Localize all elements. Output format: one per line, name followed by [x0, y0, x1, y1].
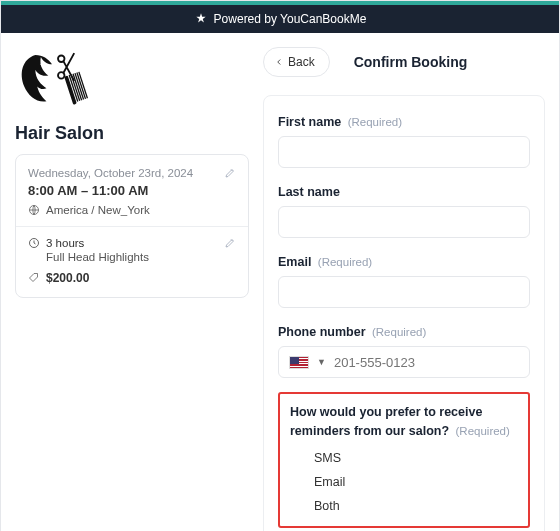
- business-name: Hair Salon: [15, 123, 249, 144]
- last-name-label: Last name: [278, 185, 340, 199]
- reminder-option-both[interactable]: Both: [314, 494, 518, 518]
- reminder-preference-group: How would you prefer to receive reminder…: [278, 392, 530, 528]
- powered-by-bar[interactable]: Powered by YouCanBookMe: [1, 5, 559, 33]
- booking-form: First name (Required) Last name Email (R…: [263, 95, 545, 531]
- flag-us-icon[interactable]: [289, 356, 309, 369]
- clock-icon: [28, 237, 40, 249]
- required-tag: (Required): [372, 326, 426, 338]
- ycbm-logo-icon: [194, 12, 208, 26]
- reminder-question-label: How would you prefer to receive reminder…: [290, 405, 482, 438]
- page-title: Confirm Booking: [354, 54, 468, 70]
- summary-service: Full Head Highlights: [46, 251, 224, 263]
- tag-icon: [28, 272, 40, 284]
- back-button[interactable]: Back: [263, 47, 330, 77]
- country-dropdown-caret[interactable]: ▼: [317, 357, 326, 367]
- email-input[interactable]: [278, 276, 530, 308]
- summary-date: Wednesday, October 23rd, 2024: [28, 167, 224, 179]
- reminder-option-email[interactable]: Email: [314, 470, 518, 494]
- business-logo: [15, 47, 249, 113]
- chevron-left-icon: [274, 57, 284, 67]
- summary-duration: 3 hours: [46, 237, 84, 249]
- summary-price: $200.00: [46, 271, 89, 285]
- phone-label: Phone number: [278, 325, 366, 339]
- powered-by-text: Powered by YouCanBookMe: [214, 12, 367, 26]
- summary-timezone: America / New_York: [46, 204, 150, 216]
- right-column: Back Confirm Booking First name (Require…: [263, 47, 545, 531]
- svg-point-0: [41, 62, 45, 67]
- back-button-label: Back: [288, 55, 315, 69]
- reminder-option-sms[interactable]: SMS: [314, 446, 518, 470]
- required-tag: (Required): [348, 116, 402, 128]
- first-name-label: First name: [278, 115, 341, 129]
- phone-input[interactable]: [334, 355, 519, 370]
- first-name-input[interactable]: [278, 136, 530, 168]
- summary-time: 8:00 AM – 11:00 AM: [28, 183, 224, 198]
- last-name-input[interactable]: [278, 206, 530, 238]
- required-tag: (Required): [318, 256, 372, 268]
- edit-service-icon[interactable]: [224, 237, 236, 249]
- app-frame: Powered by YouCanBookMe: [0, 0, 560, 531]
- required-tag: (Required): [456, 425, 510, 437]
- globe-icon: [28, 204, 40, 216]
- left-column: Hair Salon Wednesday, October 23rd, 2024…: [15, 47, 249, 531]
- edit-datetime-icon[interactable]: [224, 167, 236, 179]
- booking-summary-card: Wednesday, October 23rd, 2024 8:00 AM – …: [15, 154, 249, 298]
- email-label: Email: [278, 255, 311, 269]
